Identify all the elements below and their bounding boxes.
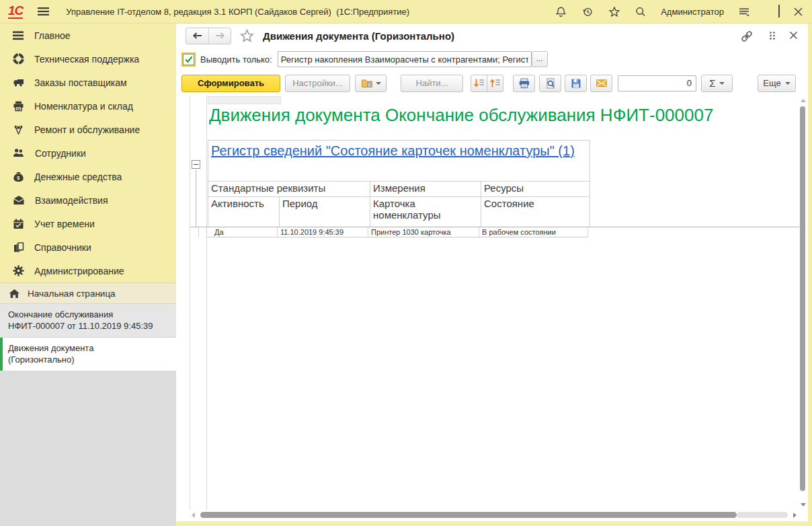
more-menu-dots-icon[interactable]	[768, 30, 776, 41]
show-only-label[interactable]: Выводить только:	[200, 54, 272, 65]
print-button[interactable]	[513, 75, 535, 92]
sidebar-item-time-tracking[interactable]: Учет времени	[0, 212, 176, 235]
main-menu-icon[interactable]	[38, 7, 50, 16]
open-window-item-document[interactable]: Окончание обслуживания НФИТ-000007 от 11…	[0, 304, 176, 338]
vertical-scroll-thumb[interactable]	[800, 106, 805, 491]
home-icon	[9, 289, 20, 299]
sidebar-item-tech-support[interactable]: Техническая поддержка	[0, 47, 176, 71]
register-table: Регистр сведений "Состояние карточек ном…	[208, 140, 590, 227]
favorite-star-icon[interactable]	[240, 29, 254, 42]
preview-icon	[544, 78, 557, 89]
sidebar-item-interactions[interactable]: Взаимодействия	[0, 188, 176, 212]
service-menu-icon[interactable]	[738, 6, 750, 17]
sort-descending-button[interactable]	[471, 75, 487, 92]
history-icon[interactable]	[581, 6, 594, 17]
sidebar-item-directories[interactable]: Справочники	[0, 235, 176, 259]
generate-button[interactable]: Сформировать	[181, 75, 280, 92]
sidebar-empty-area	[0, 371, 176, 526]
scroll-up-arrow[interactable]	[801, 99, 806, 102]
close-window-icon[interactable]	[789, 31, 798, 40]
group-header-cell: Измерения	[370, 182, 481, 196]
mail-envelope-icon	[596, 78, 608, 88]
table-cell: Принтер 1030 карточка	[368, 227, 479, 237]
forward-button[interactable]	[208, 28, 231, 44]
people-icon	[13, 148, 25, 158]
column-header-cell: Состояние	[481, 197, 590, 227]
register-link[interactable]: Регистр сведений "Состояние карточек ном…	[211, 143, 575, 158]
menu-icon	[13, 31, 24, 40]
flags-icon	[13, 124, 24, 135]
report-spreadsheet: Движения документа Окончание обслуживани…	[190, 96, 799, 510]
svg-text:$: $	[17, 175, 20, 181]
scroll-down-arrow[interactable]	[801, 503, 806, 506]
horizontal-scrollbar[interactable]	[190, 510, 799, 521]
chevron-down-icon	[785, 82, 790, 85]
save-button[interactable]	[565, 75, 587, 92]
grouping-strip	[190, 96, 207, 510]
table-cell: Да	[207, 227, 278, 237]
app-titlebar: 1С Управление IT-отделом 8, редакция 3.1…	[0, 0, 812, 24]
show-only-checkbox[interactable]	[183, 54, 194, 65]
print-preview-button[interactable]	[539, 75, 561, 92]
open-window-item-movements-active[interactable]: Движения документа (Горизонтально)	[0, 338, 176, 371]
back-button[interactable]	[186, 28, 208, 44]
more-actions-button[interactable]: Еще	[758, 75, 796, 92]
get-link-icon[interactable]	[739, 30, 754, 43]
close-app-button[interactable]	[794, 7, 803, 16]
table-cell: 11.10.2019 9:45:39	[278, 227, 368, 237]
chevron-down-icon	[719, 82, 725, 85]
scroll-left-arrow[interactable]	[192, 513, 195, 518]
main-window: Движения документа (Горизонтально) Вывод…	[176, 24, 812, 526]
sidebar-item-employees[interactable]: Сотрудники	[0, 141, 176, 165]
lifebuoy-icon	[13, 53, 24, 65]
report-title: Движения документа Окончание обслуживани…	[209, 104, 799, 126]
search-icon[interactable]	[635, 6, 647, 17]
navigation-buttons	[186, 28, 231, 44]
current-user-label[interactable]: Администратор	[661, 7, 724, 17]
collapse-group-button[interactable]	[192, 160, 200, 169]
horizontal-scroll-thumb[interactable]	[200, 512, 737, 518]
vertical-scrollbar[interactable]	[799, 96, 807, 510]
sidebar-item-repair[interactable]: Ремонт и обслуживание	[0, 118, 176, 141]
sidebar-item-glavnoe[interactable]: Главное	[0, 24, 176, 47]
sidebar-item-administration[interactable]: Администрирование	[0, 259, 176, 283]
group-connector-line	[196, 170, 196, 227]
settings-button[interactable]: Настройки...	[285, 75, 350, 92]
horizontal-scroll-track[interactable]	[737, 512, 788, 518]
register-link-cell: Регистр сведений "Состояние карточек ном…	[208, 141, 590, 182]
send-email-button[interactable]	[590, 75, 612, 92]
sort-ascending-button[interactable]	[487, 75, 503, 92]
group-header-cell: Ресурсы	[481, 182, 590, 196]
report-variants-button[interactable]	[355, 75, 387, 92]
notifications-bell-icon[interactable]	[555, 6, 567, 17]
sidebar-item-nomenclature[interactable]: Номенклатура и склад	[0, 94, 176, 118]
maximize-button[interactable]	[778, 5, 780, 17]
sidebar-item-money[interactable]: $ Денежные средства	[0, 165, 176, 188]
autosum-sigma-button[interactable]: Σ	[701, 75, 733, 92]
save-floppy-icon	[570, 78, 582, 89]
gear-icon	[13, 265, 24, 276]
window-header: Движения документа (Горизонтально)	[176, 24, 808, 48]
autosum-value-field[interactable]	[618, 75, 696, 91]
books-icon	[13, 242, 24, 253]
truck-icon	[13, 77, 24, 87]
filter-row: Выводить только: ...	[176, 48, 808, 71]
favorites-star-icon[interactable]	[608, 6, 620, 17]
window-bottom-edge	[176, 521, 812, 526]
table-row: Да 11.10.2019 9:45:39 Принтер 1030 карто…	[190, 227, 799, 237]
column-header-cell: Период	[279, 197, 370, 227]
printer-icon	[13, 101, 24, 112]
filter-choose-button[interactable]: ...	[532, 51, 548, 67]
chevron-down-icon	[376, 82, 381, 85]
find-button[interactable]: Найти...	[401, 75, 463, 92]
sidebar-home-page[interactable]: Начальная страница	[0, 283, 176, 304]
scroll-right-arrow[interactable]	[793, 513, 797, 518]
window-title: Движения документа (Горизонтально)	[263, 30, 454, 42]
column-header-cell: Карточка номенклатуры	[370, 197, 481, 227]
group-header-cell: Стандартные реквизиты	[208, 182, 370, 196]
report-toolbar: Сформировать Настройки... Найти... Σ	[176, 71, 808, 96]
sidebar-item-supplier-orders[interactable]: Заказы поставщикам	[0, 71, 176, 94]
registers-filter-input[interactable]	[278, 51, 532, 67]
column-header-cell: Активность	[208, 197, 279, 227]
money-bag-icon: $	[13, 172, 24, 182]
